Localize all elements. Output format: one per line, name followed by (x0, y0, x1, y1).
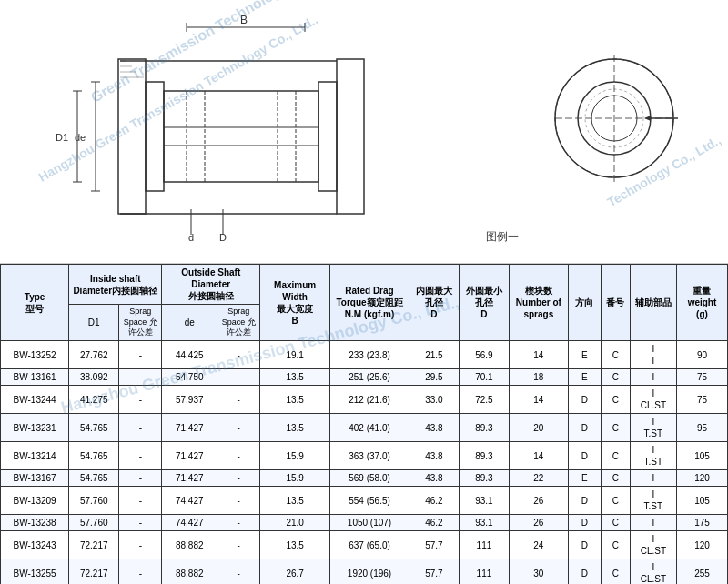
table-cell: 24 (509, 531, 568, 559)
table-cell: 46.2 (409, 487, 459, 515)
table-row: BW-1323857.760-74.427-21.01050 (107)46.2… (1, 515, 728, 531)
table-cell: 89.3 (459, 470, 509, 487)
subheader-sprag1: Sprag Space 允许公差 (119, 305, 162, 341)
table-cell: - (217, 369, 260, 386)
table-cell: C (601, 414, 630, 442)
table-cell: 19.1 (260, 341, 330, 369)
table-cell: - (217, 559, 260, 584)
table-cell: 22 (509, 470, 568, 487)
table-cell: - (119, 559, 162, 584)
subheader-d1: D1 (69, 305, 119, 341)
table-cell: 90 (676, 341, 727, 369)
table-cell: C (601, 369, 630, 386)
table-cell: - (119, 369, 162, 386)
table-row: BW-1324441.275-57.937-13.5212 (21.6)33.0… (1, 386, 728, 414)
table-cell: D (568, 487, 601, 515)
table-cell: 13.5 (260, 386, 330, 414)
table-cell: BW-13238 (1, 515, 69, 531)
table-cell: 29.5 (409, 369, 459, 386)
table-cell: 57.7 (409, 559, 459, 584)
table-cell: 71.427 (162, 414, 217, 442)
data-table-area: Type型号 Inside shaft Diameter内接圆轴径 Outsid… (0, 264, 728, 584)
table-cell: 26 (509, 487, 568, 515)
table-cell: I (630, 470, 676, 487)
table-cell: 71.427 (162, 470, 217, 487)
table-cell: 111 (459, 531, 509, 559)
table-cell: 569 (58.0) (330, 470, 410, 487)
table-row: BW-1325227.762-44.425-19.1233 (23.8)21.5… (1, 341, 728, 369)
table-cell: E (568, 369, 601, 386)
table-row: BW-1321454.765-71.427-15.9363 (37.0)43.8… (1, 442, 728, 470)
table-row: BW-1324372.217-88.882-13.5637 (65.0)57.7… (1, 531, 728, 559)
table-cell: C (601, 487, 630, 515)
table-cell: E (568, 470, 601, 487)
table-cell: 13.5 (260, 414, 330, 442)
table-cell: 71.427 (162, 442, 217, 470)
table-cell: 57.760 (69, 487, 119, 515)
table-cell: ICL.ST (630, 386, 676, 414)
table-cell: 105 (676, 487, 727, 515)
side-technical-drawing (546, 27, 682, 209)
table-cell: - (217, 442, 260, 470)
table-cell: 255 (676, 559, 727, 584)
table-cell: 43.8 (409, 470, 459, 487)
svg-rect-7 (318, 82, 337, 191)
svg-rect-8 (337, 59, 364, 214)
table-cell: IT.ST (630, 487, 676, 515)
table-cell: IT.ST (630, 442, 676, 470)
header-number: 番号 (601, 265, 630, 341)
table-cell: 88.882 (162, 531, 217, 559)
table-cell: C (601, 515, 630, 531)
table-cell: - (217, 515, 260, 531)
table-cell: 43.8 (409, 414, 459, 442)
header-sprags: 楔块数 Number of sprags (509, 265, 568, 341)
table-cell: 54.750 (162, 369, 217, 386)
table-cell: 57.760 (69, 515, 119, 531)
table-cell: 54.765 (69, 414, 119, 442)
table-cell: - (119, 414, 162, 442)
table-cell: - (217, 470, 260, 487)
svg-marker-41 (644, 116, 651, 121)
header-max-width: Maximum Width最大宽度B (260, 265, 330, 341)
table-cell: - (119, 470, 162, 487)
table-cell: 75 (676, 386, 727, 414)
table-cell: 89.3 (459, 414, 509, 442)
table-cell: - (119, 341, 162, 369)
table-row: BW-1325572.217-88.882-26.71920 (196)57.7… (1, 559, 728, 584)
table-cell: D (568, 386, 601, 414)
table-cell: 21.0 (260, 515, 330, 531)
table-cell: 13.5 (260, 487, 330, 515)
table-cell: BW-13252 (1, 341, 69, 369)
table-cell: 105 (676, 442, 727, 470)
table-cell: 33.0 (409, 386, 459, 414)
table-cell: 54.765 (69, 442, 119, 470)
table-cell: D (568, 559, 601, 584)
table-cell: 46.2 (409, 515, 459, 531)
table-cell: 30 (509, 559, 568, 584)
table-cell: 13.5 (260, 369, 330, 386)
table-cell: IT (630, 341, 676, 369)
table-row: BW-1320957.760-74.427-13.5554 (56.5)46.2… (1, 487, 728, 515)
table-cell: 26 (509, 515, 568, 531)
table-cell: 251 (25.6) (330, 369, 410, 386)
table-cell: C (601, 470, 630, 487)
table-cell: 89.3 (459, 442, 509, 470)
table-cell: 1920 (196) (330, 559, 410, 584)
table-cell: 88.882 (162, 559, 217, 584)
table-cell: BW-13255 (1, 559, 69, 584)
table-cell: IT.ST (630, 414, 676, 442)
svg-rect-4 (118, 59, 146, 214)
table-cell: 637 (65.0) (330, 531, 410, 559)
header-outside-shaft: Outside Shaft Diameter外接圆轴径 (162, 265, 260, 305)
table-cell: 14 (509, 341, 568, 369)
table-cell: 15.9 (260, 470, 330, 487)
table-cell: 402 (41.0) (330, 414, 410, 442)
table-cell: 44.425 (162, 341, 217, 369)
svg-text:de: de (75, 132, 86, 143)
table-cell: BW-13231 (1, 414, 69, 442)
header-inside-shaft: Inside shaft Diameter内接圆轴径 (69, 265, 162, 305)
table-row: BW-1316754.765-71.427-15.9569 (58.0)43.8… (1, 470, 728, 487)
table-cell: 72.5 (459, 386, 509, 414)
table-cell: E (568, 341, 601, 369)
table-cell: 93.1 (459, 515, 509, 531)
